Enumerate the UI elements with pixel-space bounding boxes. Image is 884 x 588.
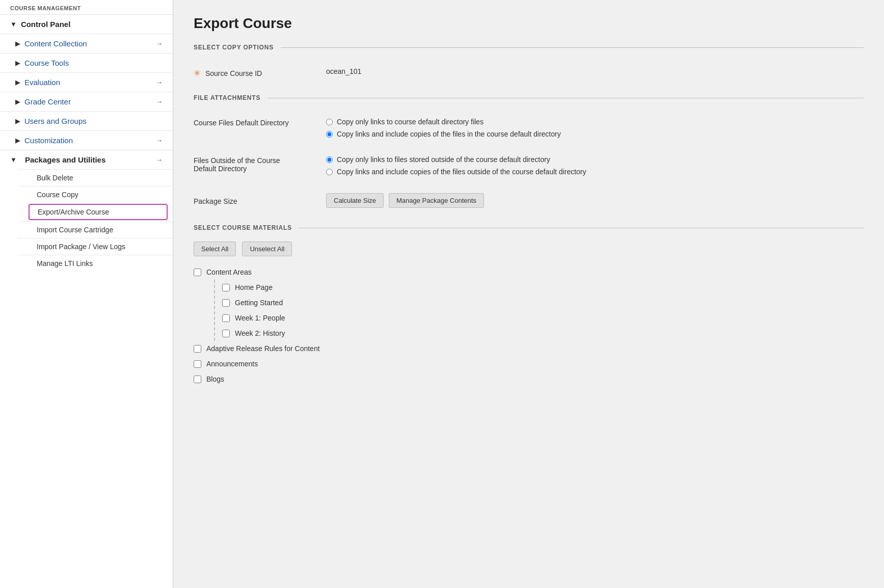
course-materials-list: Content Areas Home Page Getting Started …	[194, 264, 864, 387]
calculate-size-button[interactable]: Calculate Size	[326, 193, 384, 208]
select-course-materials-label: SELECT COURSE MATERIALS	[194, 224, 292, 231]
home-page-item: Home Page	[215, 280, 864, 295]
select-all-buttons: Select All Unselect All	[194, 242, 864, 256]
sidebar-item-course-tools[interactable]: ▶ Course Tools	[0, 53, 173, 72]
sidebar-item-users-and-groups[interactable]: ▶ Users and Groups	[0, 111, 173, 130]
control-panel-arrow: ▼	[10, 20, 17, 28]
sidebar-item-bulk-delete[interactable]: Bulk Delete	[18, 169, 173, 186]
course-files-row: Course Files Default Directory Copy only…	[194, 112, 864, 144]
sidebar-item-content-collection[interactable]: ▶ Content Collection →	[0, 34, 173, 53]
blogs-checkbox[interactable]	[194, 376, 201, 383]
outside-files-radio-group: Copy only links to files stored outside …	[326, 155, 586, 176]
sidebar-item-import-package-view-logs[interactable]: Import Package / View Logs	[18, 238, 173, 255]
divider-line-3	[299, 228, 864, 228]
course-files-option1[interactable]: Copy only links to course default direct…	[326, 118, 561, 126]
home-page-label: Home Page	[235, 283, 273, 291]
adaptive-release-item: Adaptive Release Rules for Content	[194, 341, 864, 356]
sidebar-header: COURSE MANAGEMENT	[0, 0, 173, 14]
announcements-item: Announcements	[194, 356, 864, 371]
content-collection-arrow: ▶	[15, 40, 20, 47]
required-star: ✳	[194, 69, 200, 77]
week1-people-checkbox[interactable]	[222, 314, 230, 322]
evaluation-label: Evaluation	[24, 78, 60, 87]
announcements-checkbox[interactable]	[194, 360, 201, 368]
file-attachments-divider: FILE ATTACHMENTS	[194, 94, 864, 101]
adaptive-release-checkbox[interactable]	[194, 345, 201, 353]
outside-files-label: Files Outside of the Course Default Dire…	[194, 155, 326, 173]
sidebar-item-control-panel[interactable]: ▼ Control Panel	[0, 14, 173, 34]
course-tools-arrow: ▶	[15, 59, 20, 67]
manage-package-contents-button[interactable]: Manage Package Contents	[389, 193, 484, 208]
week2-history-item: Week 2: History	[215, 326, 864, 341]
outside-files-radio2[interactable]	[326, 169, 333, 175]
sidebar-item-grade-center[interactable]: ▶ Grade Center →	[0, 92, 173, 111]
packages-arrow: ▼	[10, 156, 17, 164]
course-files-radio2[interactable]	[326, 131, 333, 138]
content-areas-children: Home Page Getting Started Week 1: People…	[214, 280, 864, 341]
source-course-id-value: ocean_101	[326, 67, 361, 75]
customization-arrow: ▶	[15, 137, 20, 144]
course-files-radio1[interactable]	[326, 119, 333, 125]
sidebar-item-course-copy[interactable]: Course Copy	[18, 186, 173, 203]
package-size-row: Package Size Calculate Size Manage Packa…	[194, 187, 864, 214]
course-files-radio-group: Copy only links to course default direct…	[326, 118, 561, 138]
content-areas-item: Content Areas	[194, 264, 864, 280]
unselect-all-button[interactable]: Unselect All	[242, 242, 292, 256]
divider-line-1	[281, 47, 864, 48]
course-files-option2[interactable]: Copy links and include copies of the fil…	[326, 130, 561, 138]
blogs-label: Blogs	[206, 375, 224, 383]
packages-sub-items: Bulk Delete Course Copy Export/Archive C…	[0, 169, 173, 272]
main-content: Export Course SELECT COPY OPTIONS ✳ Sour…	[173, 0, 884, 588]
outside-files-option1[interactable]: Copy only links to files stored outside …	[326, 155, 586, 164]
announcements-label: Announcements	[206, 360, 258, 368]
page-title: Export Course	[194, 15, 864, 32]
packages-right-arrow: →	[156, 156, 163, 164]
adaptive-release-label: Adaptive Release Rules for Content	[206, 344, 320, 353]
sidebar-item-evaluation[interactable]: ▶ Evaluation →	[0, 72, 173, 92]
evaluation-right-arrow: →	[156, 78, 163, 86]
source-course-id-row: ✳ Source Course ID ocean_101	[194, 61, 864, 84]
package-size-label: Package Size	[194, 196, 326, 205]
source-course-id-label: ✳ Source Course ID	[194, 67, 326, 78]
sidebar-item-manage-lti-links[interactable]: Manage LTI Links	[18, 255, 173, 272]
grade-center-label: Grade Center	[24, 97, 71, 106]
home-page-checkbox[interactable]	[222, 284, 230, 291]
outside-files-option2[interactable]: Copy links and include copies of the fil…	[326, 168, 586, 176]
content-areas-checkbox[interactable]	[194, 269, 201, 276]
sidebar-item-import-course-cartridge[interactable]: Import Course Cartridge	[18, 221, 173, 238]
grade-center-right-arrow: →	[156, 98, 163, 105]
outside-files-row: Files Outside of the Course Default Dire…	[194, 149, 864, 182]
select-copy-options-divider: SELECT COPY OPTIONS	[194, 44, 864, 51]
customization-right-arrow: →	[156, 137, 163, 144]
customization-label: Customization	[24, 136, 73, 145]
getting-started-checkbox[interactable]	[222, 299, 230, 307]
package-size-buttons: Calculate Size Manage Package Contents	[326, 193, 487, 208]
week1-people-label: Week 1: People	[235, 314, 285, 322]
grade-center-arrow: ▶	[15, 98, 20, 105]
select-copy-options-label: SELECT COPY OPTIONS	[194, 44, 274, 51]
course-tools-label: Course Tools	[24, 59, 69, 67]
week2-history-label: Week 2: History	[235, 329, 285, 337]
week1-people-item: Week 1: People	[215, 310, 864, 326]
sidebar: COURSE MANAGEMENT ▼ Control Panel ▶ Cont…	[0, 0, 173, 588]
file-attachments-label: FILE ATTACHMENTS	[194, 94, 260, 101]
content-collection-right-arrow: →	[156, 40, 163, 47]
users-arrow: ▶	[15, 117, 20, 125]
course-files-label: Course Files Default Directory	[194, 118, 326, 127]
outside-files-radio1[interactable]	[326, 156, 333, 163]
getting-started-label: Getting Started	[235, 299, 283, 307]
sidebar-item-customization[interactable]: ▶ Customization →	[0, 130, 173, 150]
content-collection-label: Content Collection	[24, 39, 87, 48]
users-label: Users and Groups	[24, 117, 87, 125]
sidebar-item-packages-and-utilities[interactable]: ▼ Packages and Utilities →	[0, 150, 173, 169]
week2-history-checkbox[interactable]	[222, 330, 230, 337]
select-all-button[interactable]: Select All	[194, 242, 236, 256]
evaluation-arrow: ▶	[15, 78, 20, 86]
sidebar-item-export-archive-course[interactable]: Export/Archive Course	[29, 204, 168, 220]
divider-line-2	[267, 98, 864, 98]
content-areas-label: Content Areas	[206, 268, 252, 276]
control-panel-label: Control Panel	[21, 20, 71, 29]
select-course-materials-divider: SELECT COURSE MATERIALS	[194, 224, 864, 231]
blogs-item: Blogs	[194, 371, 864, 387]
packages-label: Packages and Utilities	[25, 155, 105, 164]
